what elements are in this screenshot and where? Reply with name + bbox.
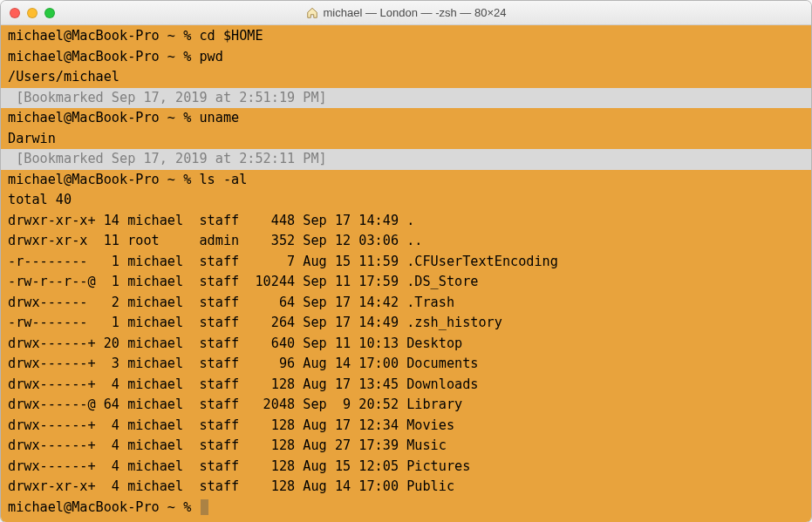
traffic-lights [10, 8, 55, 18]
window-title-text: michael — London — -zsh — 80×24 [324, 6, 507, 19]
bookmark-line: [Bookmarked Sep 17, 2019 at 2:52:11 PM] [1, 149, 811, 170]
output-line: drwxr-xr-x+ 4 michael staff 128 Aug 14 1… [1, 477, 811, 498]
close-button[interactable] [10, 8, 20, 18]
terminal-viewport[interactable]: michael@MacBook-Pro ~ % cd $HOMEmichael@… [1, 25, 811, 522]
output-line: drwx------+ 20 michael staff 640 Sep 11 … [1, 334, 811, 355]
command-line: michael@MacBook-Pro ~ % ls -al [1, 170, 811, 191]
output-line: drwx------@ 64 michael staff 2048 Sep 9 … [1, 395, 811, 416]
output-line: total 40 [1, 190, 811, 211]
command-line: michael@MacBook-Pro ~ % cd $HOME [1, 26, 811, 47]
bookmark-line: [Bookmarked Sep 17, 2019 at 2:51:19 PM] [1, 88, 811, 109]
output-line: drwx------+ 4 michael staff 128 Aug 17 1… [1, 416, 811, 437]
cursor [201, 499, 208, 515]
output-line: drwxr-xr-x 11 root admin 352 Sep 12 03:0… [1, 231, 811, 252]
output-line: -rw-r--r--@ 1 michael staff 10244 Sep 11… [1, 272, 811, 293]
command-line: michael@MacBook-Pro ~ % uname [1, 108, 811, 129]
output-line: drwx------ 2 michael staff 64 Sep 17 14:… [1, 293, 811, 314]
command-line: michael@MacBook-Pro ~ % pwd [1, 47, 811, 68]
maximize-button[interactable] [44, 8, 55, 18]
terminal-window: michael — London — -zsh — 80×24 michael@… [0, 0, 812, 522]
output-line: drwx------+ 4 michael staff 128 Aug 17 1… [1, 375, 811, 396]
output-line: -r-------- 1 michael staff 7 Aug 15 11:5… [1, 252, 811, 273]
output-line: drwx------+ 4 michael staff 128 Aug 27 1… [1, 436, 811, 457]
home-icon [306, 7, 318, 19]
output-line: drwx------+ 3 michael staff 96 Aug 14 17… [1, 354, 811, 375]
window-title: michael — London — -zsh — 80×24 [1, 6, 811, 19]
prompt-line[interactable]: michael@MacBook-Pro ~ % [1, 498, 811, 519]
output-line: drwx------+ 4 michael staff 128 Aug 15 1… [1, 457, 811, 478]
output-line: Darwin [1, 129, 811, 150]
title-bar: michael — London — -zsh — 80×24 [1, 1, 811, 25]
output-line: -rw------- 1 michael staff 264 Sep 17 14… [1, 313, 811, 334]
minimize-button[interactable] [27, 8, 38, 18]
output-line: /Users/michael [1, 67, 811, 88]
output-line: drwxr-xr-x+ 14 michael staff 448 Sep 17 … [1, 211, 811, 232]
